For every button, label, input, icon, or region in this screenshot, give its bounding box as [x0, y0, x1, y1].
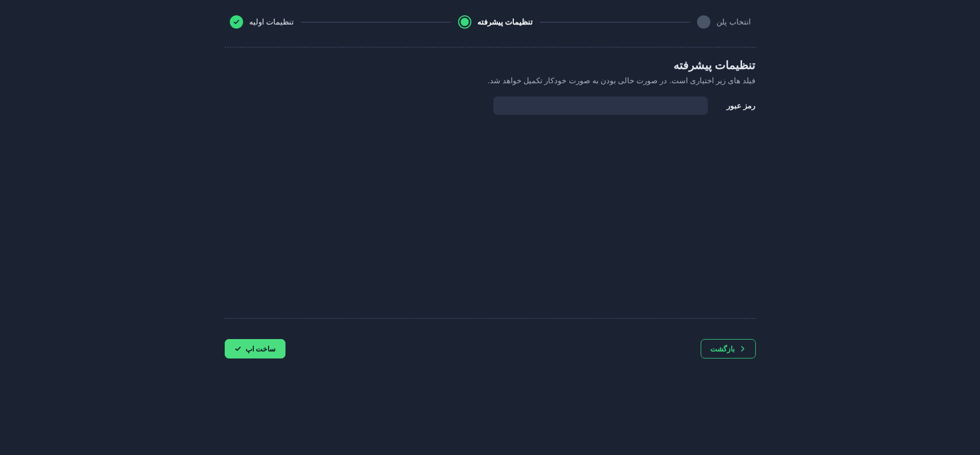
step-advanced-settings: تنظیمات پیشرفته: [458, 15, 533, 29]
back-button[interactable]: بازگشت: [701, 339, 756, 358]
password-row: رمز عبور: [225, 97, 756, 115]
step-label: تنظیمات اولیه: [249, 17, 294, 27]
step-connector: [301, 22, 451, 22]
create-app-button[interactable]: ساخت اپ: [225, 339, 286, 358]
step-label: انتخاب پلن: [716, 17, 750, 27]
check-icon: [230, 15, 243, 29]
divider: [225, 47, 756, 47]
page-subtitle: فیلد های زیر اختیاری است. در صورت خالی ب…: [225, 76, 756, 85]
password-label: رمز عبور: [720, 101, 756, 110]
divider: [225, 318, 756, 319]
stepper: تنظیمات اولیه تنظیمات پیشرفته انتخاب پلن: [225, 1, 756, 38]
spacer: [225, 115, 756, 309]
check-icon: [234, 345, 242, 352]
page-title: تنظیمات پیشرفته: [225, 59, 756, 72]
step-initial-settings: تنظیمات اولیه: [230, 15, 294, 29]
pending-step-dot-icon: [697, 15, 710, 29]
back-button-label: بازگشت: [710, 345, 735, 353]
chevron-right-icon: [739, 345, 746, 352]
create-app-button-label: ساخت اپ: [246, 345, 276, 353]
password-input[interactable]: [493, 97, 708, 115]
step-connector: [540, 22, 690, 22]
step-label: تنظیمات پیشرفته: [477, 17, 533, 27]
step-select-plan: انتخاب پلن: [697, 15, 750, 29]
footer: بازگشت ساخت اپ: [225, 330, 756, 358]
current-step-dot-icon: [458, 15, 471, 29]
